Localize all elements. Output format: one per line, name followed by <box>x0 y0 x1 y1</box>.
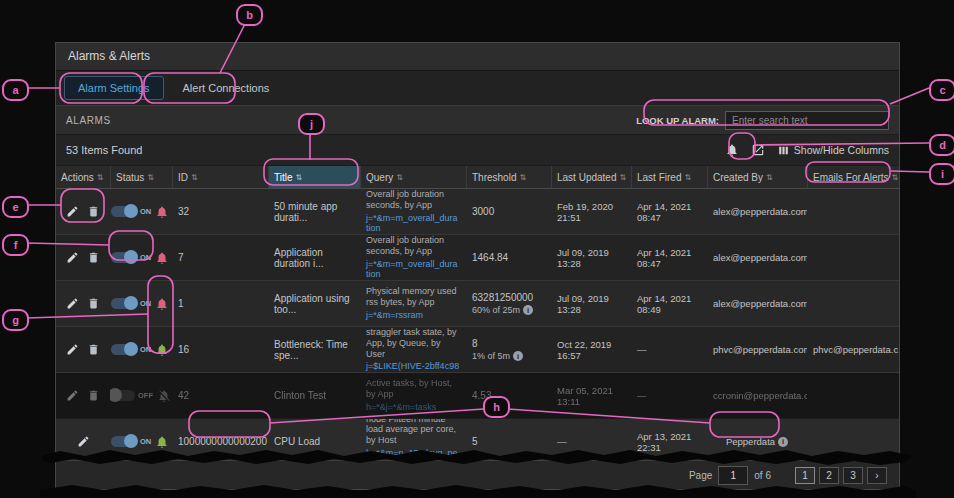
add-alarm-bell-icon[interactable] <box>725 143 739 157</box>
tab-alert-connections[interactable]: Alert Connections <box>170 77 283 99</box>
col-label: ID <box>178 172 188 183</box>
col-header-query[interactable]: Query⇅ <box>360 166 466 188</box>
col-header-actions[interactable]: Actions⇅ <box>56 166 110 188</box>
annotation-i-label: i <box>929 163 954 185</box>
created-by: phvc@pepperdata.com <box>713 344 807 355</box>
alarm-bell-icon[interactable] <box>155 435 169 449</box>
edit-icon[interactable] <box>66 297 79 310</box>
alarm-bell-icon[interactable] <box>155 343 169 357</box>
export-icon[interactable] <box>751 143 765 157</box>
alarm-bell-icon[interactable] <box>155 297 169 311</box>
status-toggle[interactable] <box>111 252 137 263</box>
edit-icon[interactable] <box>66 343 79 356</box>
sort-icon[interactable]: ⇅ <box>684 173 691 182</box>
last-fired: Apr 14, 2021 08:47 <box>637 201 701 223</box>
delete-icon[interactable] <box>87 297 100 310</box>
sort-icon[interactable]: ⇅ <box>620 173 627 182</box>
alarm-bell-icon[interactable] <box>155 251 169 265</box>
alarm-id: 16 <box>178 344 189 355</box>
alarms-section-header: ALARMS LOOK UP ALARM: <box>56 106 899 135</box>
alarm-title: Application duration i... <box>274 247 354 269</box>
status-toggle[interactable] <box>110 390 135 401</box>
screenshot-root: Alarms & Alerts Alarm Settings Alert Con… <box>0 0 954 498</box>
query-link[interactable]: j=*&m=m_overall_duration <box>366 213 460 235</box>
tab-bar: Alarm Settings Alert Connections <box>56 71 899 106</box>
alarm-title: Clinton Test <box>274 390 326 401</box>
alarm-bell-icon[interactable] <box>155 205 169 219</box>
next-page-button[interactable]: › <box>867 467 887 484</box>
last-fired: Apr 13, 2021 22:31 <box>637 431 701 453</box>
sort-icon[interactable]: ⇅ <box>191 173 198 182</box>
sort-icon[interactable]: ⇅ <box>97 173 104 182</box>
query-link[interactable]: j=$LIKE(HIVE-2bff4c98-68a6-486... <box>366 361 460 372</box>
created-by: alex@pepperdata.com <box>713 206 807 217</box>
table-header-row: Actions⇅ Status⇅ ID⇅ Title⇅ Query⇅ Thres… <box>56 166 899 189</box>
alarm-bell-off-icon[interactable] <box>157 389 171 403</box>
search-input[interactable] <box>725 111 889 130</box>
alarm-id: 42 <box>178 390 189 401</box>
page-button-1[interactable]: 1 <box>795 467 815 484</box>
page-label: Page <box>689 470 712 481</box>
table-row: ON 1 Application using too... Physical m… <box>56 281 899 327</box>
created-by: alex@pepperdata.com <box>713 298 807 309</box>
annotation-a-label: a <box>2 79 29 101</box>
col-header-id[interactable]: ID⇅ <box>172 166 268 188</box>
sort-icon[interactable]: ⇅ <box>396 173 403 182</box>
sort-icon[interactable]: ⇅ <box>147 173 154 182</box>
query-description: Minutes spent in straggler task state, b… <box>366 327 460 359</box>
annotation-b-label: b <box>236 4 263 26</box>
query-description: node Fifteen minute load average per cor… <box>366 419 460 446</box>
table-row: OFF 42 Clinton Test Active tasks, by Hos… <box>56 373 899 419</box>
annotation-e-label: e <box>2 196 29 218</box>
status-toggle[interactable] <box>111 436 137 447</box>
delete-icon[interactable] <box>87 343 100 356</box>
col-label: Status <box>116 172 144 183</box>
query-link[interactable]: h=*&j=*&m=tasks <box>366 402 436 413</box>
window-title: Alarms & Alerts <box>56 43 899 71</box>
col-header-last-updated[interactable]: Last Updated⇅ <box>551 166 631 188</box>
info-icon[interactable]: i <box>778 437 788 447</box>
annotation-f-label: f <box>2 234 29 256</box>
page-of-label: of 6 <box>754 470 771 481</box>
info-icon[interactable]: i <box>523 305 533 315</box>
col-header-emails[interactable]: Emails For Alerts⇅ <box>807 166 899 188</box>
delete-icon[interactable] <box>87 205 100 218</box>
edit-icon[interactable] <box>66 389 79 402</box>
columns-icon <box>777 144 790 157</box>
col-label: Title <box>274 172 293 183</box>
status-toggle[interactable] <box>111 298 137 309</box>
status-toggle[interactable] <box>111 206 137 217</box>
col-header-title[interactable]: Title⇅ <box>268 166 360 188</box>
col-header-last-fired[interactable]: Last Fired⇅ <box>631 166 707 188</box>
page-input[interactable] <box>718 466 748 485</box>
status-toggle[interactable] <box>111 344 137 355</box>
sort-icon[interactable]: ⇅ <box>892 173 899 182</box>
show-hide-columns-button[interactable]: Show/Hide Columns <box>777 144 889 157</box>
alarms-panel: Alarms & Alerts Alarm Settings Alert Con… <box>55 42 900 490</box>
threshold-value: 3000 <box>472 206 494 217</box>
last-updated: Jul 09, 2019 13:28 <box>557 293 625 315</box>
edit-icon[interactable] <box>66 205 79 218</box>
tab-alarm-settings[interactable]: Alarm Settings <box>64 76 164 100</box>
sort-icon[interactable]: ⇅ <box>519 173 526 182</box>
annotation-c-label: c <box>929 79 954 101</box>
query-link[interactable]: j=*&m=rssram <box>366 310 423 321</box>
annotation-j-label: j <box>298 113 325 135</box>
sort-icon[interactable]: ⇅ <box>766 173 773 182</box>
delete-icon[interactable] <box>87 251 100 264</box>
edit-icon[interactable] <box>66 251 79 264</box>
toolbar-icons: Show/Hide Columns <box>725 143 889 157</box>
edit-icon[interactable] <box>77 435 90 448</box>
page-button-3[interactable]: 3 <box>843 467 863 484</box>
col-header-status[interactable]: Status⇅ <box>110 166 172 188</box>
col-header-created-by[interactable]: Created By⇅ <box>707 166 807 188</box>
sort-icon[interactable]: ⇅ <box>296 173 303 182</box>
col-label: Threshold <box>472 172 516 183</box>
col-header-threshold[interactable]: Threshold⇅ <box>466 166 551 188</box>
delete-icon[interactable] <box>87 389 100 402</box>
pagination-bar: Page of 6 1 2 3 › <box>56 460 899 489</box>
page-button-2[interactable]: 2 <box>819 467 839 484</box>
info-icon[interactable]: i <box>513 351 523 361</box>
status-label: ON <box>140 299 151 308</box>
query-link[interactable]: j=*&m=m_overall_duration <box>366 259 460 281</box>
